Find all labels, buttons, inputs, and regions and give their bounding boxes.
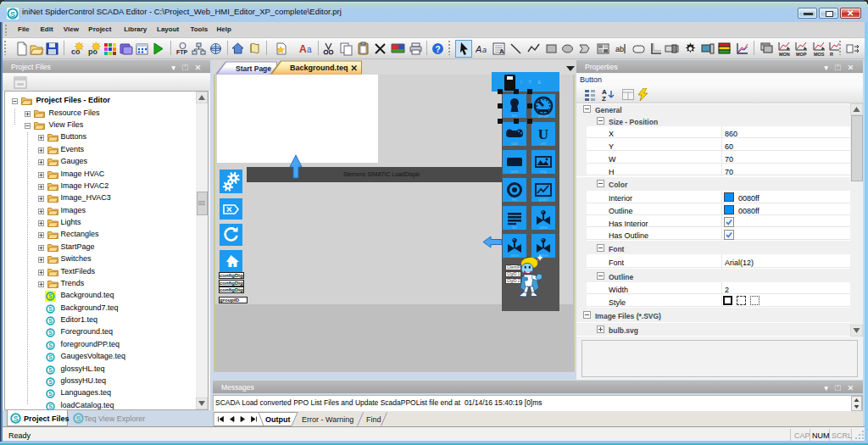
svg-text:S: S: [48, 342, 53, 348]
svg-text:CfgID 1: CfgID 1: [507, 272, 520, 276]
svg-text:valve: valve: [510, 253, 520, 258]
svg-text:ClientIP: ClientIP: [507, 265, 520, 270]
svg-text:valve: valve: [539, 253, 548, 258]
svg-text:S: S: [48, 331, 53, 337]
svg-text:I T E: I T E: [520, 80, 543, 85]
svg-text:a: a: [482, 46, 487, 54]
svg-text:S: S: [48, 367, 53, 373]
svg-text:key: key: [511, 114, 518, 118]
svg-text:ab: ab: [615, 45, 624, 53]
svg-text:gauge: gauge: [538, 114, 549, 118]
svg-text:Siemens SIMATIC LoadDisplay: Siemens SIMATIC LoadDisplay: [343, 171, 420, 178]
svg-text:S: S: [76, 414, 81, 423]
svg-text:MOP: MOP: [796, 52, 807, 57]
svg-text:Error - Warning: Error - Warning: [302, 415, 353, 424]
svg-text:MOS: MOS: [814, 52, 825, 57]
svg-text:a: a: [307, 45, 312, 54]
svg-text:Background.teq: Background.teq: [290, 64, 348, 72]
svg-text:S: S: [48, 403, 53, 409]
svg-text:S: S: [48, 294, 53, 300]
svg-text:A: A: [476, 44, 481, 54]
svg-text:S: S: [14, 414, 19, 423]
svg-text:pad: pad: [511, 142, 518, 146]
svg-text:CfgID 2: CfgID 2: [507, 279, 520, 283]
svg-text:S: S: [48, 392, 53, 398]
svg-text:img: img: [540, 170, 547, 174]
svg-text:S: S: [48, 354, 53, 360]
svg-text:?: ?: [435, 45, 440, 54]
svg-text:valve: valve: [539, 225, 548, 230]
svg-text:R: R: [830, 52, 833, 57]
svg-text:rec: rec: [512, 197, 518, 202]
svg-text:unit: unit: [540, 142, 547, 146]
svg-text:list: list: [512, 225, 517, 230]
svg-text:graph: graph: [538, 197, 548, 202]
svg-text:S: S: [48, 306, 53, 312]
svg-text:Find: Find: [366, 415, 381, 424]
svg-text:S: S: [48, 318, 53, 324]
svg-text:A: A: [299, 43, 307, 55]
svg-text:MON: MON: [779, 52, 790, 57]
svg-text:A: A: [499, 47, 504, 55]
svg-text:Z: Z: [602, 95, 606, 101]
svg-text:Start Page: Start Page: [236, 64, 271, 73]
svg-text:S: S: [48, 379, 53, 385]
svg-text:S: S: [10, 10, 15, 19]
svg-text:FTP: FTP: [176, 49, 188, 55]
svg-text:Output: Output: [265, 415, 291, 424]
svg-text:scrn: scrn: [511, 170, 519, 174]
